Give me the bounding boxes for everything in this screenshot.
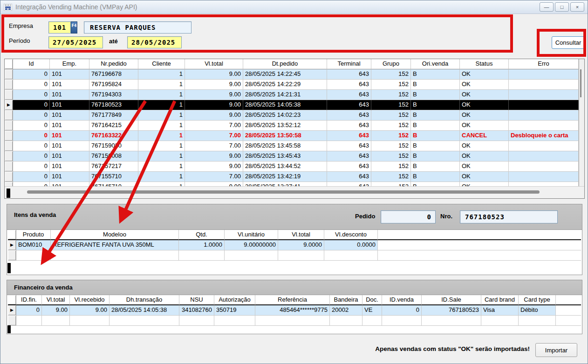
cell-erro[interactable] bbox=[509, 182, 579, 186]
row-indicator[interactable] bbox=[5, 121, 13, 131]
cell-dh_transacao[interactable] bbox=[109, 316, 179, 326]
cell-ori_venda[interactable]: B bbox=[411, 69, 460, 80]
cell-vl_total[interactable]: 9.00 bbox=[185, 162, 243, 172]
cell-emp[interactable]: 101 bbox=[50, 172, 89, 182]
itens-grid[interactable]: ProdutoModelooQtd.Vl.unitárioVl.totalVl.… bbox=[8, 230, 581, 261]
cell-erro[interactable] bbox=[509, 121, 579, 131]
cell-dt_pedido[interactable]: 28/05/2025 14:05:38 bbox=[243, 100, 327, 110]
cell-erro[interactable] bbox=[509, 141, 579, 151]
cell-id[interactable]: 0 bbox=[13, 80, 50, 90]
cell-nsu[interactable]: 341082760 bbox=[179, 305, 214, 316]
cell-dt_pedido[interactable]: 28/05/2025 14:02:23 bbox=[243, 110, 327, 121]
row-indicator[interactable] bbox=[5, 141, 13, 151]
table-row[interactable]: 010176719430319.0028/05/2025 14:21:31643… bbox=[5, 90, 579, 100]
cell-id[interactable]: 0 bbox=[13, 90, 50, 100]
cell-doc[interactable] bbox=[362, 316, 382, 326]
cell-status[interactable]: OK bbox=[460, 80, 509, 90]
table-row[interactable]: 010176716421517.0028/05/2025 13:52:12643… bbox=[5, 121, 579, 131]
table-row[interactable]: 010176716332217.0028/05/2025 13:50:58643… bbox=[5, 131, 579, 141]
financeiro-grid[interactable]: ID.fin.Vl.totalVl.recebidoDh.transaçãoNS… bbox=[8, 295, 581, 326]
cell-nr_pedido[interactable]: 767196678 bbox=[89, 69, 138, 80]
cell-emp[interactable]: 101 bbox=[50, 151, 89, 162]
cell-id_sale[interactable]: 767180523 bbox=[422, 305, 481, 316]
table-row[interactable]: 010176717784919.0028/05/2025 14:02:23643… bbox=[5, 110, 579, 121]
cell-terminal[interactable]: 643 bbox=[327, 69, 371, 80]
cell-vl_total[interactable] bbox=[278, 250, 324, 261]
row-indicator[interactable] bbox=[5, 69, 13, 80]
cell-id[interactable]: 0 bbox=[13, 121, 50, 131]
cell-erro[interactable] bbox=[509, 90, 579, 100]
cell-emp[interactable]: 101 bbox=[50, 131, 89, 141]
cell-produto[interactable] bbox=[16, 250, 51, 261]
cell-emp[interactable]: 101 bbox=[50, 110, 89, 121]
cell-vl_total[interactable]: 9.00 bbox=[185, 182, 243, 186]
cell-produto[interactable]: BOM010 bbox=[16, 240, 51, 250]
table-row[interactable] bbox=[8, 316, 581, 326]
cell-dt_pedido[interactable]: 28/05/2025 13:42:19 bbox=[243, 172, 327, 182]
close-button[interactable]: × bbox=[570, 2, 584, 12]
table-row[interactable]: 010176715571017.0028/05/2025 13:42:19643… bbox=[5, 172, 579, 182]
cell-autorizacao[interactable]: 350719 bbox=[214, 305, 255, 316]
cell-id[interactable]: 0 bbox=[13, 110, 50, 121]
cell-dt_pedido[interactable]: 28/05/2025 13:37:41 bbox=[243, 182, 327, 186]
cell-grupo[interactable]: 152 bbox=[371, 110, 411, 121]
cell-vl_desconto[interactable]: 0.0000 bbox=[324, 240, 378, 250]
cell-ori_venda[interactable]: B bbox=[411, 110, 460, 121]
cell-id_fin[interactable] bbox=[16, 316, 42, 326]
horizontal-scrollbar[interactable] bbox=[5, 186, 584, 198]
cell-nr_pedido[interactable]: 767157217 bbox=[89, 162, 138, 172]
table-row[interactable]: 010176715600819.0028/05/2025 13:45:43643… bbox=[5, 151, 579, 162]
table-row[interactable] bbox=[8, 250, 581, 261]
row-indicator[interactable] bbox=[5, 110, 13, 121]
cell-cliente[interactable]: 1 bbox=[138, 100, 185, 110]
cell-id[interactable]: 0 bbox=[13, 151, 50, 162]
cell-id[interactable]: 0 bbox=[13, 172, 50, 182]
cell-erro[interactable] bbox=[509, 151, 579, 162]
cell-nr_pedido[interactable]: 767159020 bbox=[89, 141, 138, 151]
cell-emp[interactable]: 101 bbox=[50, 100, 89, 110]
cell-grupo[interactable]: 152 bbox=[371, 121, 411, 131]
cell-vl_total[interactable]: 9.00 bbox=[185, 80, 243, 90]
cell-cliente[interactable]: 1 bbox=[138, 182, 185, 186]
cell-vl_unitario[interactable]: 9.00000000 bbox=[225, 240, 278, 250]
table-row[interactable]: 010176715721719.0028/05/2025 13:44:52643… bbox=[5, 162, 579, 172]
orders-grid-body[interactable]: IdEmp.Nr.pedidoClienteVl.totalDt.pedidoT… bbox=[5, 59, 579, 186]
cell-filler[interactable] bbox=[556, 305, 581, 316]
cell-modeloo[interactable] bbox=[51, 250, 179, 261]
minimize-button[interactable]: — bbox=[540, 2, 554, 12]
cell-status[interactable]: OK bbox=[460, 141, 509, 151]
consultar-button[interactable]: Consultar bbox=[552, 36, 585, 49]
cell-nsu[interactable] bbox=[179, 316, 214, 326]
cell-id[interactable]: 0 bbox=[13, 100, 50, 110]
cell-ori_venda[interactable]: B bbox=[411, 172, 460, 182]
cell-status[interactable]: OK bbox=[460, 182, 509, 186]
vertical-scrollbar[interactable] bbox=[579, 59, 584, 186]
cell-qtd[interactable] bbox=[179, 250, 225, 261]
row-indicator[interactable]: ▶ bbox=[5, 100, 13, 110]
cell-vl_total[interactable] bbox=[42, 316, 70, 326]
cell-status[interactable]: OK bbox=[460, 69, 509, 80]
cell-erro[interactable]: Desbloqueie o carta bbox=[509, 131, 579, 141]
cell-grupo[interactable]: 152 bbox=[371, 90, 411, 100]
cell-nr_pedido[interactable]: 767195824 bbox=[89, 80, 138, 90]
cell-nr_pedido[interactable]: 767164215 bbox=[89, 121, 138, 131]
cell-emp[interactable]: 101 bbox=[50, 69, 89, 80]
cell-filler[interactable] bbox=[378, 240, 581, 250]
row-indicator[interactable] bbox=[5, 151, 13, 162]
cell-cliente[interactable]: 1 bbox=[138, 69, 185, 80]
cell-emp[interactable]: 101 bbox=[50, 141, 89, 151]
cell-filler[interactable] bbox=[556, 316, 581, 326]
cell-ori_venda[interactable]: B bbox=[411, 131, 460, 141]
row-indicator[interactable]: ▶ bbox=[8, 240, 16, 250]
cell-erro[interactable] bbox=[509, 100, 579, 110]
cell-cliente[interactable]: 1 bbox=[138, 141, 185, 151]
cell-bandeira[interactable]: 20002 bbox=[330, 305, 362, 316]
cell-dt_pedido[interactable]: 28/05/2025 13:45:58 bbox=[243, 141, 327, 151]
cell-erro[interactable] bbox=[509, 172, 579, 182]
cell-vl_total[interactable]: 9.0000 bbox=[278, 240, 324, 250]
cell-nr_pedido[interactable]: 767156008 bbox=[89, 151, 138, 162]
cell-terminal[interactable]: 643 bbox=[327, 100, 371, 110]
cell-cliente[interactable]: 1 bbox=[138, 90, 185, 100]
cell-vl_total[interactable]: 7.00 bbox=[185, 131, 243, 141]
cell-dt_pedido[interactable]: 28/05/2025 13:45:43 bbox=[243, 151, 327, 162]
